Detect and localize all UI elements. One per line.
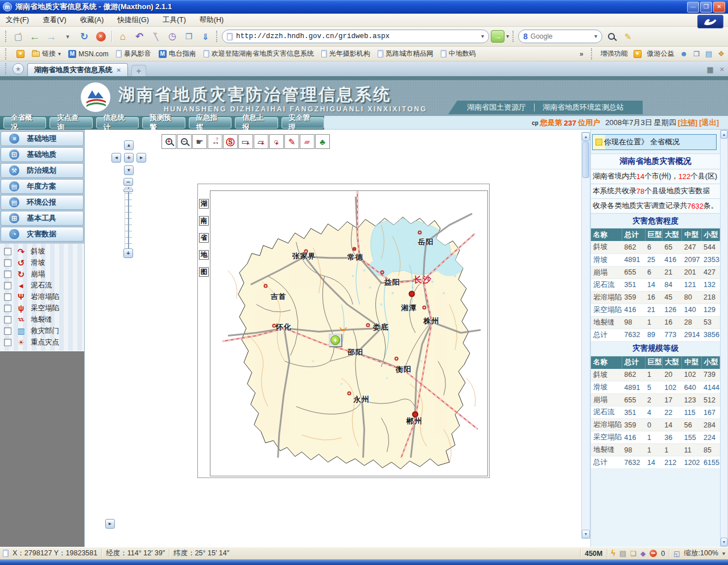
links-bar-item[interactable]: 觅路城市精品网 [378, 49, 433, 59]
stop-button[interactable]: ✕ [93, 29, 108, 44]
menu-item[interactable]: 工具(T) [163, 15, 186, 25]
favorites-heart-icon[interactable]: ♥ [16, 50, 24, 58]
select-circle-tool[interactable]: ○➤ [269, 134, 284, 149]
layer-checkbox-泥石流[interactable] [4, 282, 11, 289]
plugins-gripper[interactable] [591, 48, 593, 60]
zoom-slider-handle[interactable] [123, 189, 133, 192]
undo-button[interactable]: ↶ [132, 29, 147, 44]
links-bar-item[interactable]: 暴风影音 [116, 49, 151, 59]
nav-tab-预测预警[interactable]: 预测预警 [142, 117, 185, 128]
search-input[interactable] [531, 32, 592, 40]
status-lightning-icon[interactable]: ϟ [611, 549, 615, 558]
breadcrumb-current[interactable]: 全省概况 [650, 137, 680, 147]
sidebar-section-环境公报[interactable]: ▤环境公报 [1, 195, 84, 210]
menu-item[interactable]: 查看(V) [43, 15, 67, 25]
plugin-notebook-icon[interactable]: ▤ [705, 50, 712, 58]
forward-button[interactable]: → [44, 29, 59, 44]
sidebar-section-基础地质[interactable]: ⊡基础地质 [1, 147, 84, 162]
sidebar-section-基础地理[interactable]: «基础地理 [1, 131, 84, 146]
layer-checkbox-采空塌陷[interactable] [4, 305, 11, 312]
status-popup-blocker-icon[interactable]: ❏ [630, 550, 636, 558]
links-overflow-button[interactable]: » [580, 50, 584, 58]
pan-down-button[interactable]: ▼ [124, 165, 134, 175]
layer-checkbox-救灾部门[interactable] [4, 327, 11, 335]
panel-scroll-up-button[interactable]: ▲ [582, 132, 590, 141]
home-button[interactable]: ⌂ [115, 29, 130, 44]
search-gripper[interactable] [512, 31, 515, 42]
links-bar-item[interactable]: MMSN.com [68, 50, 109, 58]
search-button[interactable] [604, 29, 619, 44]
nav-tab-信息上报[interactable]: 信息上报 [235, 117, 278, 128]
tab-close-icon[interactable]: ✕ [117, 67, 121, 73]
layer-checkbox-滑坡[interactable] [4, 259, 11, 267]
close-button[interactable]: ✕ [713, 2, 725, 13]
measure-tool[interactable]: ↔? [208, 134, 222, 149]
pan-left-button[interactable]: ◄ [111, 153, 121, 163]
locate-button[interactable]: + [329, 334, 342, 347]
header-link[interactable]: 湖南省地质环境监测总站 [543, 102, 624, 113]
select-polygon-tool[interactable]: ▱➤ [254, 134, 268, 149]
select-rect-tool[interactable]: ▭➤ [238, 134, 253, 149]
links-bar-item[interactable]: 欢迎登陆湖南省地质灾害信息系统 [204, 49, 314, 59]
links-gripper[interactable] [5, 48, 7, 60]
page-scroll-up-button[interactable]: ▲ [721, 130, 727, 139]
plugin-account-icon[interactable]: ☻ [680, 50, 688, 58]
zoom-out-tool[interactable]: − [177, 134, 192, 149]
zoom-in-tool[interactable]: + [162, 134, 176, 149]
pan-center-button[interactable]: + [124, 153, 134, 163]
addressbar-gripper[interactable] [216, 31, 218, 42]
links-bar-item[interactable]: M电台指南 [159, 49, 196, 59]
layer-checkbox-重点灾点[interactable] [4, 339, 11, 346]
search-box[interactable]: 8 ▾ [518, 30, 602, 43]
panel-scrollbar[interactable]: ▲ ▼ [581, 132, 590, 539]
menu-item[interactable]: 快捷组(G) [117, 15, 149, 25]
download-button[interactable]: ⇓ [198, 29, 213, 44]
redline-tool[interactable]: ✎ [284, 134, 299, 149]
back-button[interactable]: ← [27, 29, 42, 44]
restore-button[interactable]: ❐ [700, 2, 712, 13]
links-bar-item[interactable]: 中地数码 [441, 49, 476, 59]
plugin-panel-icon[interactable]: ❐ [693, 50, 700, 58]
nav-tab-应急指挥[interactable]: 应急指挥 [189, 117, 231, 128]
exit-link[interactable]: [退出] [699, 118, 719, 128]
go-button[interactable]: → [491, 30, 504, 43]
zoom-dropdown-icon[interactable]: ▾ [722, 551, 725, 556]
nav-tab-灾点查询[interactable]: 灾点查询 [49, 117, 92, 128]
sidebar-section-基本工具[interactable]: ⊞基本工具 [1, 211, 84, 226]
address-dropdown-icon[interactable]: ▾ [481, 34, 484, 39]
minimize-button[interactable]: — [687, 2, 699, 13]
toolbar-gripper[interactable] [5, 31, 7, 42]
sidebar-section-灾害数据[interactable]: ◔灾害数据 [1, 227, 84, 242]
hscroll-right-button[interactable]: ► [105, 519, 115, 529]
highlight-button[interactable]: ✎ [621, 29, 635, 44]
menu-item[interactable]: 收藏(A) [80, 15, 104, 25]
address-bar[interactable]: ▾ [222, 30, 489, 43]
layer-checkbox-斜坡[interactable] [4, 248, 11, 255]
search-dropdown-icon[interactable]: ▾ [594, 34, 597, 39]
page-scrollbar[interactable]: ▲ ▼ [720, 130, 728, 547]
full-extent-tool[interactable]: Ⓢ [223, 134, 238, 149]
resize-icon[interactable]: ◱ [673, 550, 680, 557]
layer-checkbox-岩溶塌陷[interactable] [4, 293, 11, 301]
tab-list-button[interactable]: ▦ [706, 66, 713, 73]
panel-scroll-thumb[interactable] [582, 142, 589, 178]
new-page-button[interactable]: ▢✦ [11, 29, 26, 44]
pan-right-button[interactable]: ► [136, 153, 146, 163]
address-input[interactable] [236, 32, 478, 40]
favorites-star-button[interactable]: ★ [13, 63, 24, 74]
pan-tool[interactable]: ☛ [192, 134, 207, 149]
tabbar-gripper[interactable] [5, 63, 7, 74]
zoom-slider-plus-button[interactable]: + [123, 248, 133, 258]
maxthon-app-icon[interactable]: m [3, 2, 12, 11]
zoom-slider-minus-button[interactable]: − [123, 178, 133, 186]
tab-active[interactable]: 湖南省地质灾害信息系统 ✕ [27, 63, 128, 76]
links-bar-item[interactable]: 光年摄影机构 [321, 49, 370, 59]
plus-features-button[interactable]: 增强功能 [601, 49, 628, 59]
menu-item[interactable]: 文件(F) [6, 15, 29, 25]
close-tab-button[interactable]: ✕ [719, 67, 725, 73]
nav-tab-全省概况[interactable]: 全省概况 [3, 117, 46, 128]
sidebar-section-年度方案[interactable]: ▤年度方案 [1, 179, 84, 194]
window-list-button[interactable]: ❐ [181, 29, 196, 44]
panel-scroll-down-button[interactable]: ▼ [582, 530, 590, 538]
popup-blocked-icon[interactable] [650, 550, 657, 557]
